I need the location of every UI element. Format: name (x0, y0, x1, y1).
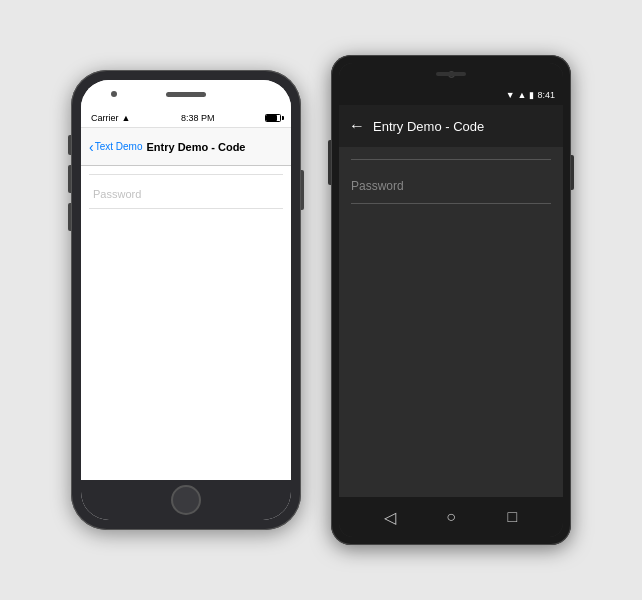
android-app-title: Entry Demo - Code (373, 119, 484, 134)
android-battery-icon: ▮ (529, 90, 534, 100)
android-back-button[interactable]: ← (349, 118, 365, 134)
ios-mute-button[interactable] (68, 135, 71, 155)
android-recent-nav-button[interactable]: □ (497, 502, 527, 532)
android-power-button[interactable] (571, 155, 574, 190)
ios-password-placeholder: Password (93, 188, 141, 200)
ios-volume-down-button[interactable] (68, 203, 71, 231)
android-status-bar: ▼ ▲ ▮ 8:41 (339, 85, 563, 105)
android-wifi-icon: ▼ (506, 90, 515, 100)
ios-top-divider (89, 174, 283, 175)
android-password-placeholder: Password (351, 179, 404, 193)
ios-camera-icon (111, 91, 117, 97)
ios-carrier-label: Carrier (91, 113, 119, 123)
ios-content: Password (81, 166, 291, 480)
android-time-label: 8:41 (537, 90, 555, 100)
android-screen: ▼ ▲ ▮ 8:41 ← Entry Demo - Code Password … (339, 63, 563, 537)
ios-battery-area (265, 114, 281, 122)
ios-status-left: Carrier ▲ (91, 113, 130, 123)
android-signal-icon: ▲ (518, 90, 527, 100)
ios-home-button[interactable] (171, 485, 201, 515)
android-volume-button[interactable] (328, 140, 331, 185)
ios-home-button-area (81, 480, 291, 520)
ios-chevron-left-icon: ‹ (89, 140, 94, 154)
ios-nav-bar: ‹ Text Demo Entry Demo - Code (81, 128, 291, 166)
android-speaker (436, 72, 466, 76)
ios-screen: Carrier ▲ 8:38 PM ‹ Text Demo Entry Demo… (81, 80, 291, 520)
android-phone: ▼ ▲ ▮ 8:41 ← Entry Demo - Code Password … (331, 55, 571, 545)
ios-phone: Carrier ▲ 8:38 PM ‹ Text Demo Entry Demo… (71, 70, 301, 530)
ios-battery-icon (265, 114, 281, 122)
android-status-icons: ▼ ▲ ▮ 8:41 (506, 90, 555, 100)
ios-nav-title: Entry Demo - Code (146, 141, 245, 153)
ios-top-bar (81, 80, 291, 108)
ios-back-link-label[interactable]: Text Demo (95, 141, 143, 152)
ios-volume-up-button[interactable] (68, 165, 71, 193)
android-top-area (339, 63, 563, 85)
ios-back-button[interactable]: ‹ Text Demo (89, 140, 142, 154)
android-content: Password (339, 147, 563, 497)
android-bottom-nav: ◁ ○ □ (339, 497, 563, 537)
ios-speaker (166, 92, 206, 97)
android-home-nav-button[interactable]: ○ (436, 502, 466, 532)
android-app-bar: ← Entry Demo - Code (339, 105, 563, 147)
ios-password-field[interactable]: Password (89, 179, 283, 209)
ios-power-button[interactable] (301, 170, 304, 210)
android-top-divider (351, 159, 551, 160)
ios-status-bar: Carrier ▲ 8:38 PM (81, 108, 291, 128)
android-password-field[interactable]: Password (351, 168, 551, 204)
ios-wifi-icon: ▲ (122, 113, 131, 123)
ios-time-label: 8:38 PM (181, 113, 215, 123)
android-back-nav-button[interactable]: ◁ (375, 502, 405, 532)
